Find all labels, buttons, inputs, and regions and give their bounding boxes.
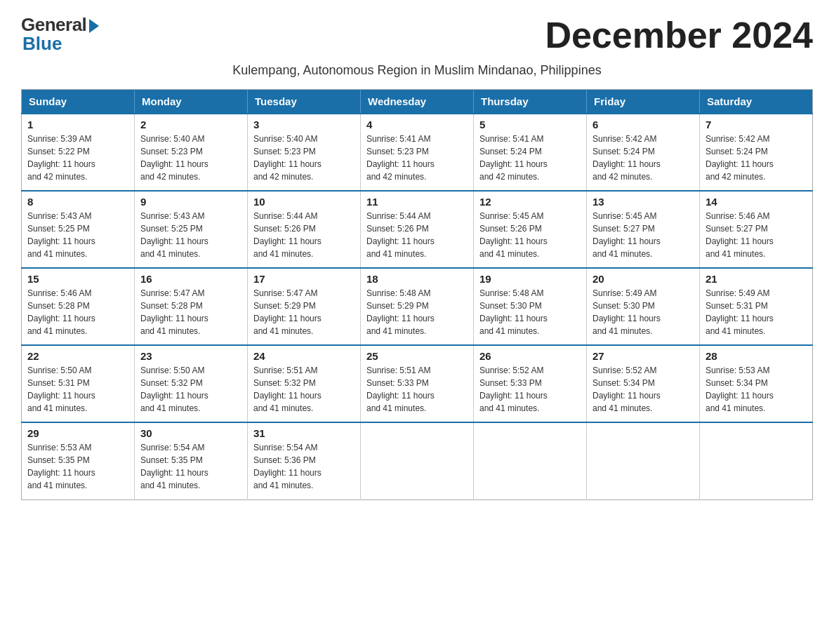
day-number: 22 bbox=[27, 350, 128, 362]
logo-blue-text: Blue bbox=[22, 33, 62, 55]
calendar-cell: 2 Sunrise: 5:40 AMSunset: 5:23 PMDayligh… bbox=[135, 114, 248, 191]
day-number: 16 bbox=[140, 273, 241, 285]
calendar-week-row: 15 Sunrise: 5:46 AMSunset: 5:28 PMDaylig… bbox=[22, 268, 813, 345]
day-info: Sunrise: 5:51 AMSunset: 5:33 PMDaylight:… bbox=[366, 365, 435, 413]
day-info: Sunrise: 5:53 AMSunset: 5:34 PMDaylight:… bbox=[706, 365, 774, 413]
header: General Blue December 2024 bbox=[21, 14, 813, 56]
day-number: 3 bbox=[253, 119, 355, 130]
day-number: 28 bbox=[706, 350, 807, 362]
header-day-wednesday: Wednesday bbox=[361, 90, 474, 114]
day-number: 19 bbox=[479, 273, 581, 285]
day-info: Sunrise: 5:42 AMSunset: 5:24 PMDaylight:… bbox=[706, 134, 774, 182]
calendar-cell: 23 Sunrise: 5:50 AMSunset: 5:32 PMDaylig… bbox=[135, 345, 248, 422]
day-info: Sunrise: 5:40 AMSunset: 5:23 PMDaylight:… bbox=[140, 134, 208, 182]
day-number: 14 bbox=[706, 196, 807, 208]
day-info: Sunrise: 5:50 AMSunset: 5:31 PMDaylight:… bbox=[27, 365, 95, 413]
calendar-cell: 8 Sunrise: 5:43 AMSunset: 5:25 PMDayligh… bbox=[22, 191, 135, 268]
day-number: 27 bbox=[593, 350, 694, 362]
calendar-cell: 18 Sunrise: 5:48 AMSunset: 5:29 PMDaylig… bbox=[361, 268, 474, 345]
calendar-cell: 4 Sunrise: 5:41 AMSunset: 5:23 PMDayligh… bbox=[361, 114, 474, 191]
day-info: Sunrise: 5:42 AMSunset: 5:24 PMDaylight:… bbox=[593, 134, 661, 182]
calendar-cell: 28 Sunrise: 5:53 AMSunset: 5:34 PMDaylig… bbox=[700, 345, 813, 422]
day-info: Sunrise: 5:52 AMSunset: 5:34 PMDaylight:… bbox=[593, 365, 661, 413]
day-info: Sunrise: 5:53 AMSunset: 5:35 PMDaylight:… bbox=[27, 443, 95, 490]
calendar-header-row: SundayMondayTuesdayWednesdayThursdayFrid… bbox=[22, 90, 813, 114]
calendar-cell: 1 Sunrise: 5:39 AMSunset: 5:22 PMDayligh… bbox=[22, 114, 135, 191]
calendar-cell bbox=[700, 422, 813, 499]
calendar-cell: 12 Sunrise: 5:45 AMSunset: 5:26 PMDaylig… bbox=[474, 191, 587, 268]
calendar-cell: 7 Sunrise: 5:42 AMSunset: 5:24 PMDayligh… bbox=[700, 114, 813, 191]
calendar-cell: 13 Sunrise: 5:45 AMSunset: 5:27 PMDaylig… bbox=[587, 191, 700, 268]
day-info: Sunrise: 5:45 AMSunset: 5:27 PMDaylight:… bbox=[593, 211, 661, 259]
day-number: 21 bbox=[706, 273, 807, 285]
day-info: Sunrise: 5:49 AMSunset: 5:31 PMDaylight:… bbox=[706, 288, 774, 336]
header-day-friday: Friday bbox=[587, 90, 700, 114]
day-info: Sunrise: 5:46 AMSunset: 5:27 PMDaylight:… bbox=[706, 211, 774, 259]
day-info: Sunrise: 5:48 AMSunset: 5:29 PMDaylight:… bbox=[366, 288, 435, 336]
day-info: Sunrise: 5:44 AMSunset: 5:26 PMDaylight:… bbox=[253, 211, 322, 259]
calendar-week-row: 29 Sunrise: 5:53 AMSunset: 5:35 PMDaylig… bbox=[22, 422, 813, 499]
subtitle: Kulempang, Autonomous Region in Muslim M… bbox=[21, 63, 813, 78]
day-number: 17 bbox=[253, 273, 355, 285]
day-info: Sunrise: 5:43 AMSunset: 5:25 PMDaylight:… bbox=[27, 211, 95, 259]
calendar-cell: 26 Sunrise: 5:52 AMSunset: 5:33 PMDaylig… bbox=[474, 345, 587, 422]
logo: General Blue bbox=[21, 14, 99, 55]
day-info: Sunrise: 5:43 AMSunset: 5:25 PMDaylight:… bbox=[140, 211, 208, 259]
day-info: Sunrise: 5:40 AMSunset: 5:23 PMDaylight:… bbox=[253, 134, 322, 182]
day-number: 7 bbox=[706, 119, 807, 130]
calendar-cell: 20 Sunrise: 5:49 AMSunset: 5:30 PMDaylig… bbox=[587, 268, 700, 345]
day-info: Sunrise: 5:51 AMSunset: 5:32 PMDaylight:… bbox=[253, 365, 322, 413]
day-number: 20 bbox=[593, 273, 694, 285]
day-number: 31 bbox=[253, 427, 355, 439]
header-day-tuesday: Tuesday bbox=[248, 90, 361, 114]
calendar-cell: 25 Sunrise: 5:51 AMSunset: 5:33 PMDaylig… bbox=[361, 345, 474, 422]
day-info: Sunrise: 5:49 AMSunset: 5:30 PMDaylight:… bbox=[593, 288, 661, 336]
calendar-cell: 6 Sunrise: 5:42 AMSunset: 5:24 PMDayligh… bbox=[587, 114, 700, 191]
calendar-cell: 29 Sunrise: 5:53 AMSunset: 5:35 PMDaylig… bbox=[22, 422, 135, 499]
calendar-cell: 5 Sunrise: 5:41 AMSunset: 5:24 PMDayligh… bbox=[474, 114, 587, 191]
calendar-cell: 3 Sunrise: 5:40 AMSunset: 5:23 PMDayligh… bbox=[248, 114, 361, 191]
calendar-cell: 15 Sunrise: 5:46 AMSunset: 5:28 PMDaylig… bbox=[22, 268, 135, 345]
day-info: Sunrise: 5:39 AMSunset: 5:22 PMDaylight:… bbox=[27, 134, 95, 182]
day-info: Sunrise: 5:47 AMSunset: 5:28 PMDaylight:… bbox=[140, 288, 208, 336]
calendar-cell: 19 Sunrise: 5:48 AMSunset: 5:30 PMDaylig… bbox=[474, 268, 587, 345]
calendar-cell: 10 Sunrise: 5:44 AMSunset: 5:26 PMDaylig… bbox=[248, 191, 361, 268]
day-number: 30 bbox=[140, 427, 241, 439]
month-title: December 2024 bbox=[545, 14, 813, 56]
day-number: 29 bbox=[27, 427, 128, 439]
calendar-cell: 14 Sunrise: 5:46 AMSunset: 5:27 PMDaylig… bbox=[700, 191, 813, 268]
day-info: Sunrise: 5:45 AMSunset: 5:26 PMDaylight:… bbox=[479, 211, 548, 259]
calendar-cell bbox=[474, 422, 587, 499]
day-info: Sunrise: 5:52 AMSunset: 5:33 PMDaylight:… bbox=[479, 365, 548, 413]
day-info: Sunrise: 5:44 AMSunset: 5:26 PMDaylight:… bbox=[366, 211, 435, 259]
day-number: 2 bbox=[140, 119, 241, 130]
logo-arrow-icon bbox=[89, 19, 99, 33]
day-number: 24 bbox=[253, 350, 355, 362]
day-number: 10 bbox=[253, 196, 355, 208]
header-day-saturday: Saturday bbox=[700, 90, 813, 114]
day-number: 15 bbox=[27, 273, 128, 285]
day-number: 1 bbox=[27, 119, 128, 130]
calendar-cell: 11 Sunrise: 5:44 AMSunset: 5:26 PMDaylig… bbox=[361, 191, 474, 268]
calendar-cell: 9 Sunrise: 5:43 AMSunset: 5:25 PMDayligh… bbox=[135, 191, 248, 268]
day-info: Sunrise: 5:54 AMSunset: 5:36 PMDaylight:… bbox=[253, 443, 322, 490]
calendar-cell: 21 Sunrise: 5:49 AMSunset: 5:31 PMDaylig… bbox=[700, 268, 813, 345]
calendar-table: SundayMondayTuesdayWednesdayThursdayFrid… bbox=[21, 89, 813, 500]
calendar-cell bbox=[587, 422, 700, 499]
day-info: Sunrise: 5:41 AMSunset: 5:23 PMDaylight:… bbox=[366, 134, 435, 182]
day-info: Sunrise: 5:50 AMSunset: 5:32 PMDaylight:… bbox=[140, 365, 208, 413]
calendar-cell: 30 Sunrise: 5:54 AMSunset: 5:35 PMDaylig… bbox=[135, 422, 248, 499]
calendar-cell: 16 Sunrise: 5:47 AMSunset: 5:28 PMDaylig… bbox=[135, 268, 248, 345]
day-info: Sunrise: 5:41 AMSunset: 5:24 PMDaylight:… bbox=[479, 134, 548, 182]
calendar-cell: 27 Sunrise: 5:52 AMSunset: 5:34 PMDaylig… bbox=[587, 345, 700, 422]
header-day-thursday: Thursday bbox=[474, 90, 587, 114]
day-number: 18 bbox=[366, 273, 468, 285]
calendar-week-row: 1 Sunrise: 5:39 AMSunset: 5:22 PMDayligh… bbox=[22, 114, 813, 191]
day-info: Sunrise: 5:48 AMSunset: 5:30 PMDaylight:… bbox=[479, 288, 548, 336]
day-info: Sunrise: 5:47 AMSunset: 5:29 PMDaylight:… bbox=[253, 288, 322, 336]
header-day-monday: Monday bbox=[135, 90, 248, 114]
day-number: 6 bbox=[593, 119, 694, 130]
day-number: 11 bbox=[366, 196, 468, 208]
calendar-cell: 24 Sunrise: 5:51 AMSunset: 5:32 PMDaylig… bbox=[248, 345, 361, 422]
day-number: 25 bbox=[366, 350, 468, 362]
